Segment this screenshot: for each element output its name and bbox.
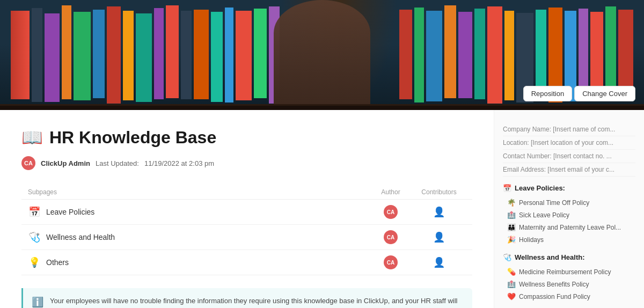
- medicine-reimbursement-emoji: 💊: [507, 268, 516, 276]
- subpage-label-leave: Leave Policies: [46, 208, 94, 216]
- info-icon: ℹ️: [32, 296, 43, 308]
- subpage-emoji-others: 💡: [28, 256, 41, 268]
- wellness-emoji: 🩺: [503, 253, 511, 261]
- personal-time-off-emoji: 🌴: [507, 199, 516, 207]
- subpage-contributors-leave: 👤: [412, 206, 466, 218]
- author-name: ClickUp Admin: [41, 159, 90, 167]
- subpage-name-others: 💡 Others: [28, 256, 369, 268]
- sidebar-email-address[interactable]: Email Address: [Insert email of your c..…: [503, 163, 635, 177]
- wellness-benefits-emoji: 🏥: [507, 280, 516, 288]
- subpage-row-others[interactable]: 💡 Others CA 👤: [21, 250, 472, 275]
- sidebar-item-personal-time-off[interactable]: 🌴 Personal Time Off Policy: [503, 196, 635, 209]
- holidays-emoji: 🎉: [507, 236, 516, 244]
- sidebar: Company Name: [Insert name of com... Loc…: [494, 110, 644, 308]
- sidebar-item-compassion-fund[interactable]: ❤️ Compassion Fund Policy: [503, 290, 635, 303]
- maternity-paternity-emoji: 👪: [507, 223, 516, 231]
- maternity-paternity-label: Maternity and Paternity Leave Pol...: [519, 224, 621, 231]
- subpage-name-leave: 📅 Leave Policies: [28, 206, 369, 218]
- subpage-contributors-wellness: 👤: [412, 231, 466, 243]
- last-updated-label: Last Updated:: [96, 159, 139, 167]
- compassion-fund-label: Compassion Fund Policy: [519, 293, 590, 300]
- subpage-author-wellness: CA: [369, 230, 412, 244]
- leave-policies-label: Leave Policies:: [515, 184, 565, 192]
- sick-leave-label: Sick Leave Policy: [519, 211, 569, 219]
- compassion-fund-emoji: ❤️: [507, 292, 516, 300]
- col-author-label: Author: [369, 188, 412, 196]
- subpage-emoji-wellness: 🩺: [28, 231, 41, 243]
- reposition-button[interactable]: Reposition: [523, 86, 572, 101]
- sidebar-location[interactable]: Location: [Insert location of your com..…: [503, 136, 635, 150]
- sidebar-contact-number[interactable]: Contact Number: [Insert contact no. ...: [503, 150, 635, 163]
- author-avatar-others: CA: [384, 255, 398, 269]
- content-area: 📖 HR Knowledge Base CA ClickUp Admin Las…: [0, 110, 494, 308]
- author-avatar-leave: CA: [384, 205, 398, 219]
- holidays-label: Holidays: [519, 236, 544, 244]
- page-title: HR Knowledge Base: [49, 128, 216, 148]
- contributor-icon-leave: 👤: [433, 206, 445, 218]
- subpage-contributors-others: 👤: [412, 256, 466, 268]
- medicine-reimbursement-label: Medicine Reimbursement Policy: [519, 268, 611, 276]
- subpage-row-leave-policies[interactable]: 📅 Leave Policies CA 👤: [21, 200, 472, 225]
- sidebar-wellness-title: 🩺 Wellness and Health:: [503, 253, 635, 261]
- sick-leave-emoji: 🏥: [507, 211, 516, 219]
- contributor-icon-wellness: 👤: [433, 231, 445, 243]
- subpage-name-wellness: 🩺 Wellness and Health: [28, 231, 369, 243]
- wellness-benefits-label: Wellness Benefits Policy: [519, 281, 589, 288]
- sidebar-item-wellness-benefits[interactable]: 🏥 Wellness Benefits Policy: [503, 278, 635, 290]
- sidebar-item-maternity-paternity[interactable]: 👪 Maternity and Paternity Leave Pol...: [503, 221, 635, 233]
- page-title-row: 📖 HR Knowledge Base: [21, 127, 472, 148]
- subpages-section: Subpages Author Contributors 📅 Leave Pol…: [21, 185, 472, 275]
- cover-action-buttons: Reposition Change Cover: [523, 86, 635, 101]
- sidebar-item-sick-leave[interactable]: 🏥 Sick Leave Policy: [503, 209, 635, 221]
- author-avatar: CA: [21, 156, 35, 170]
- subpage-author-leave: CA: [369, 205, 412, 219]
- cover-image: Reposition Change Cover: [0, 0, 644, 110]
- subpages-header: Subpages Author Contributors: [21, 185, 472, 200]
- subpage-emoji-leave: 📅: [28, 206, 41, 218]
- sidebar-item-medicine-reimbursement[interactable]: 💊 Medicine Reimbursement Policy: [503, 266, 635, 278]
- info-box: ℹ️ Your employees will have no trouble f…: [21, 288, 472, 308]
- subpage-row-wellness[interactable]: 🩺 Wellness and Health CA 👤: [21, 225, 472, 250]
- info-text: Your employees will have no trouble find…: [50, 296, 464, 308]
- sidebar-leave-policies-title: 📅 Leave Policies:: [503, 184, 635, 192]
- subpage-author-others: CA: [369, 255, 412, 269]
- sidebar-company-name[interactable]: Company Name: [Insert name of com...: [503, 123, 635, 136]
- col-subpages-label: Subpages: [28, 188, 369, 196]
- subpage-label-others: Others: [46, 258, 69, 267]
- author-avatar-wellness: CA: [384, 230, 398, 244]
- wellness-label: Wellness and Health:: [515, 253, 585, 261]
- sidebar-item-holidays[interactable]: 🎉 Holidays: [503, 233, 635, 246]
- page-emoji: 📖: [21, 127, 43, 148]
- last-updated-value: 11/19/2022 at 2:03 pm: [144, 159, 214, 167]
- leave-policies-emoji: 📅: [503, 184, 511, 192]
- author-row: CA ClickUp Admin Last Updated: 11/19/202…: [21, 156, 472, 170]
- change-cover-button[interactable]: Change Cover: [574, 86, 635, 101]
- personal-time-off-label: Personal Time Off Policy: [519, 199, 589, 207]
- contributor-icon-others: 👤: [433, 256, 445, 268]
- subpage-label-wellness: Wellness and Health: [46, 233, 115, 241]
- col-contributors-label: Contributors: [412, 188, 466, 196]
